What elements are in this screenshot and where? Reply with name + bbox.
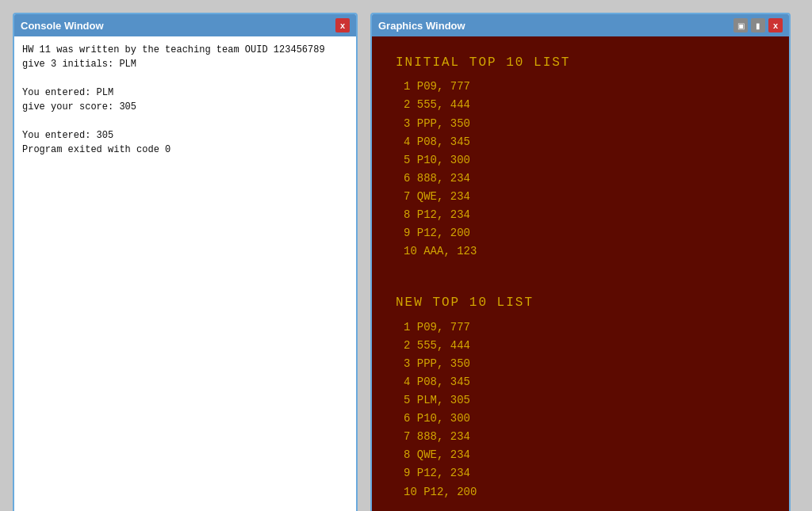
section-gap xyxy=(396,261,765,292)
graphics-body: INITIAL TOP 10 LIST 1 P09, 777 2 555, 44… xyxy=(372,36,789,511)
new-list-title: NEW TOP 10 LIST xyxy=(396,292,765,313)
list-item: 4 P08, 345 xyxy=(404,373,765,391)
list-item: 10 P12, 200 xyxy=(404,483,765,501)
list-item: 6 P10, 300 xyxy=(404,410,765,428)
console-close-button[interactable]: x xyxy=(335,18,350,32)
list-item: 9 P12, 234 xyxy=(404,464,765,482)
list-item: 8 QWE, 234 xyxy=(404,446,765,464)
list-item: 7 888, 234 xyxy=(404,428,765,446)
graphics-close-button[interactable]: x xyxy=(768,18,783,32)
list-item: 5 PLM, 305 xyxy=(404,391,765,410)
list-item: 3 PPP, 350 xyxy=(404,355,765,373)
graphics-icon-button-2[interactable]: ▮ xyxy=(751,18,765,32)
console-controls: x xyxy=(335,18,350,32)
graphics-icon-button-1[interactable]: ▣ xyxy=(733,18,748,32)
initial-list-title: INITIAL TOP 10 LIST xyxy=(396,52,765,73)
graphics-controls: ▣ ▮ x xyxy=(733,18,783,32)
list-item: 10 AAA, 123 xyxy=(404,242,765,261)
console-body: HW 11 was written by the teaching team O… xyxy=(14,36,356,511)
list-item: 6 888, 234 xyxy=(404,170,765,188)
graphics-titlebar: Graphics Window ▣ ▮ x xyxy=(372,14,789,36)
list-item: 8 P12, 234 xyxy=(404,206,765,224)
new-leaderboard: 1 P09, 777 2 555, 444 3 PPP, 350 4 P08, … xyxy=(396,318,765,501)
graphics-window: Graphics Window ▣ ▮ x INITIAL TOP 10 LIS… xyxy=(370,13,791,511)
initial-leaderboard: 1 P09, 777 2 555, 444 3 PPP, 350 4 P08, … xyxy=(396,78,765,261)
list-item: 1 P09, 777 xyxy=(404,318,765,337)
console-title: Console Window xyxy=(21,20,335,32)
graphics-title: Graphics Window xyxy=(378,20,733,32)
list-item: 3 PPP, 350 xyxy=(404,115,765,133)
list-item: 7 QWE, 234 xyxy=(404,188,765,206)
list-item: 2 555, 444 xyxy=(404,96,765,114)
console-titlebar: Console Window x xyxy=(14,14,356,36)
list-item: 2 555, 444 xyxy=(404,337,765,355)
list-item: 5 P10, 300 xyxy=(404,151,765,170)
list-item: 4 P08, 345 xyxy=(404,133,765,151)
list-item: 1 P09, 777 xyxy=(404,78,765,96)
console-window: Console Window x HW 11 was written by th… xyxy=(13,13,358,511)
list-item: 9 P12, 200 xyxy=(404,224,765,242)
